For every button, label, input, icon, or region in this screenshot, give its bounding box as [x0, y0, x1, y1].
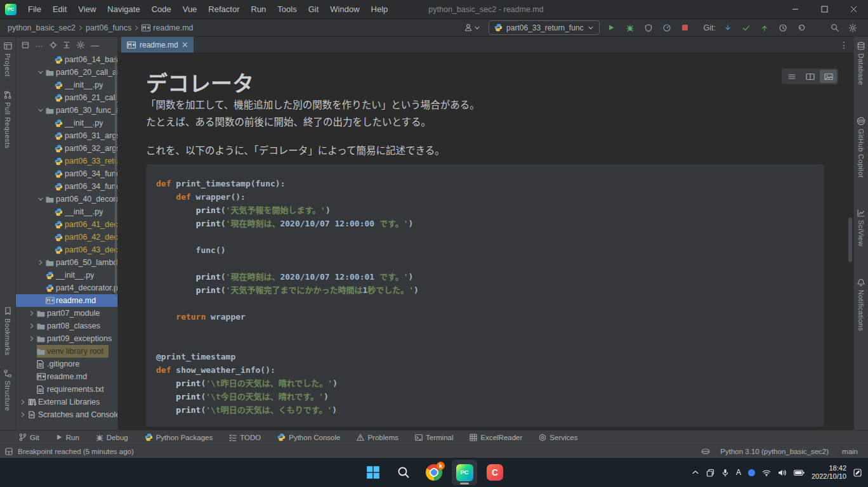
- breadcrumb-item-readme-md[interactable]: readme.md: [141, 23, 193, 32]
- chevron-right-icon[interactable]: [20, 399, 28, 405]
- taskbar-chrome[interactable]: k: [421, 460, 447, 485]
- toolwindow-excelreader[interactable]: ExcelReader: [470, 434, 522, 441]
- tree-item-part06-21-call-args[interactable]: part06_21_call_args_: [16, 91, 117, 104]
- tool-stripe-project[interactable]: Project: [4, 42, 12, 77]
- tree-item-part06-32-args-are-f[interactable]: part06_32_args_are_f: [16, 142, 117, 155]
- close-tab-icon[interactable]: [182, 42, 188, 48]
- tab-readme[interactable]: readme.md: [121, 37, 194, 53]
- menu-run[interactable]: Run: [246, 3, 272, 16]
- chevron-right-icon[interactable]: [37, 259, 46, 266]
- stop-button[interactable]: [679, 21, 692, 35]
- tree-item-init-py[interactable]: __init__.py: [16, 79, 117, 91]
- toolwindow-debug[interactable]: Debug: [96, 434, 128, 441]
- debug-button[interactable]: [624, 21, 636, 35]
- taskbar-pycharm[interactable]: PC: [452, 460, 477, 485]
- search-everywhere-button[interactable]: [828, 21, 841, 35]
- profiler-button[interactable]: [661, 21, 673, 35]
- collapse-all-icon[interactable]: [63, 41, 70, 49]
- user-account-button[interactable]: [464, 23, 480, 32]
- menu-help[interactable]: Help: [366, 3, 393, 16]
- menu-file[interactable]: File: [23, 3, 46, 16]
- tree-item-part06-41-deco-den[interactable]: part06_41_deco_den: [16, 218, 117, 231]
- menu-navigate[interactable]: Navigate: [102, 3, 145, 16]
- chevron-right-icon[interactable]: [29, 310, 37, 316]
- show-editor-and-preview-button[interactable]: [801, 70, 819, 83]
- git-branch-widget[interactable]: main: [839, 448, 858, 455]
- tree-item-part06-31-args-are-f[interactable]: part06_31_args_are_f: [16, 129, 117, 142]
- menu-view[interactable]: View: [73, 3, 101, 16]
- tree-item-part06-20-call-args-kwa[interactable]: part06_20_call_args_kwa: [16, 66, 117, 79]
- taskbar-clock[interactable]: 18:42 2022/10/10: [812, 464, 846, 481]
- tree-item-part08-classes[interactable]: part08_classes: [16, 320, 117, 332]
- tree-item-part06-40-decorator[interactable]: part06_40_decorator: [16, 193, 117, 205]
- tree-item-readme-md[interactable]: readme.md: [16, 294, 117, 307]
- tool-stripe-github-copilot[interactable]: GitHub Copilot: [857, 117, 865, 178]
- menu-code[interactable]: Code: [147, 3, 176, 16]
- panel-settings-gear-icon[interactable]: [76, 41, 85, 49]
- markdown-preview[interactable]: デコレータ 「関数を加工して、機能追加した別の関数を作りたい」という場合がある。…: [118, 53, 853, 430]
- tree-item-part06-34-funcs-in[interactable]: part06_34_funcs_in_: [16, 180, 117, 193]
- rollback-button[interactable]: [795, 21, 808, 35]
- tree-item-init-py[interactable]: __init__.py: [16, 269, 117, 282]
- show-preview-only-button[interactable]: [820, 70, 837, 83]
- tree-item-init-py[interactable]: __init__.py: [16, 117, 117, 129]
- tree-item-part06-14-basic-py[interactable]: part06_14_basic.py: [16, 53, 117, 66]
- tool-stripe-notifications[interactable]: Notifications: [857, 278, 865, 331]
- minimize-button[interactable]: [780, 0, 810, 18]
- tool-window-switcher-icon[interactable]: [5, 448, 13, 455]
- breadcrumb-item-part06-funcs[interactable]: part06_funcs: [86, 23, 131, 32]
- pen-icon[interactable]: [853, 469, 862, 477]
- chevron-down-icon[interactable]: [37, 107, 46, 114]
- tool-stripe-structure[interactable]: Structure: [4, 370, 11, 411]
- volume-icon[interactable]: [778, 469, 787, 476]
- hide-panel-icon[interactable]: —: [91, 41, 99, 50]
- tree-item-part06-30-func-args-an[interactable]: part06_30_func_args_an: [16, 104, 117, 117]
- tree-item-venv-library-root[interactable]: venv library root: [16, 345, 117, 358]
- tree-item-init-py[interactable]: __init__.py: [16, 205, 117, 218]
- copilot-status[interactable]: [701, 448, 710, 455]
- project-scrollbar[interactable]: [115, 56, 117, 297]
- toolwindow-python-console[interactable]: Python Console: [277, 433, 340, 441]
- wifi-icon[interactable]: [762, 469, 771, 476]
- tree-item-part4-decorator-py[interactable]: part4_decorator.py: [16, 282, 117, 294]
- menu-window[interactable]: Window: [325, 3, 364, 16]
- history-button[interactable]: [777, 21, 789, 35]
- chevron-right-icon[interactable]: [29, 335, 37, 342]
- toolwindow-todo[interactable]: TODO: [229, 434, 261, 441]
- menu-edit[interactable]: Edit: [48, 3, 72, 16]
- chevron-down-icon[interactable]: [37, 196, 46, 202]
- toolwindow-problems[interactable]: Problems: [357, 434, 398, 441]
- update-project-button[interactable]: [721, 21, 734, 35]
- chevron-right-icon[interactable]: [20, 412, 28, 418]
- battery-icon[interactable]: [794, 470, 805, 476]
- commit-button[interactable]: [740, 21, 753, 35]
- chevron-up-icon[interactable]: [692, 470, 699, 475]
- chevron-down-icon[interactable]: [37, 69, 46, 75]
- toolwindow-git[interactable]: Git: [19, 433, 39, 441]
- mic-icon[interactable]: [721, 469, 729, 477]
- tree-item-part07-module[interactable]: part07_module: [16, 307, 117, 320]
- tool-stripe-database[interactable]: Database: [857, 42, 865, 85]
- tree-item-readme-md[interactable]: readme.md: [16, 370, 117, 383]
- layers-icon[interactable]: [706, 469, 714, 477]
- coverage-button[interactable]: [642, 21, 655, 35]
- tree-item-part09-exceptions[interactable]: part09_exceptions: [16, 332, 117, 345]
- menu-refactor[interactable]: Refactor: [203, 3, 244, 16]
- toolwindow-run[interactable]: Run: [56, 434, 79, 441]
- tree-item-requirements-txt[interactable]: requirements.txt: [16, 383, 117, 396]
- menu-tools[interactable]: Tools: [272, 3, 301, 16]
- python-interpreter-widget[interactable]: Python 3.10 (python_basic_sec2): [720, 448, 829, 455]
- tree-item-part06-50-lambda[interactable]: part06_50_lambda: [16, 256, 117, 269]
- tree-item-part06-33-return-fu[interactable]: part06_33_return_fu: [16, 155, 117, 167]
- tool-stripe-pull-requests[interactable]: Pull Requests: [4, 91, 11, 148]
- toolwindow-services[interactable]: Services: [539, 434, 577, 441]
- close-button[interactable]: [839, 0, 868, 18]
- push-button[interactable]: [758, 21, 771, 35]
- toolwindow-terminal[interactable]: Terminal: [415, 434, 453, 441]
- tree-item-gitignore[interactable]: .gitignore: [16, 358, 117, 370]
- tree-item-external-libraries[interactable]: External Libraries: [16, 396, 117, 408]
- menu-vue[interactable]: Vue: [178, 3, 202, 16]
- show-editor-only-button[interactable]: [783, 70, 800, 83]
- tree-item-part06-42-deco-den[interactable]: part06_42_deco_den: [16, 231, 117, 244]
- toolwindow-python-packages[interactable]: Python Packages: [145, 433, 213, 441]
